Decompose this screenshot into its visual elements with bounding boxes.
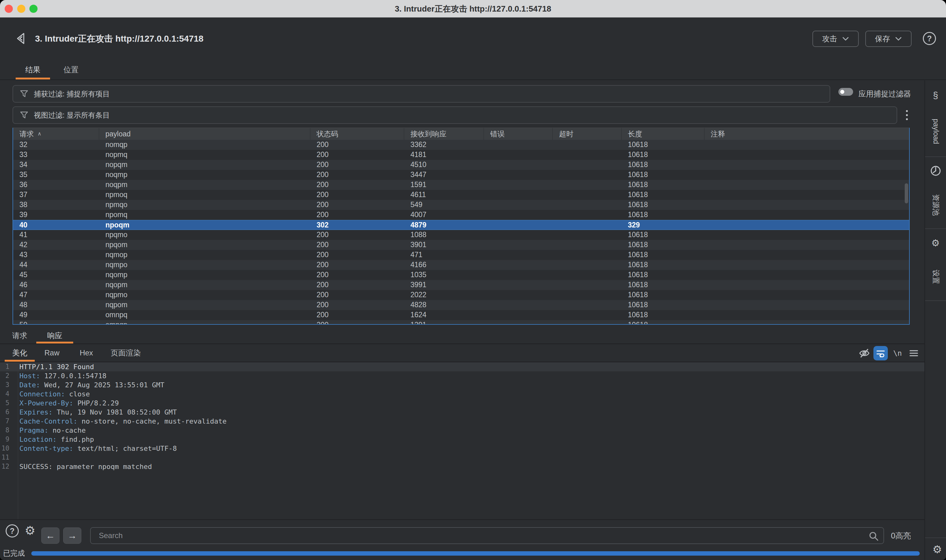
next-match-button[interactable]: → xyxy=(63,528,82,544)
cell-status: 302 xyxy=(310,220,404,230)
save-menu-button[interactable]: 保存 xyxy=(865,31,912,47)
table-row-33[interactable]: 33nopmq200418110618 xyxy=(13,150,909,160)
tab-results[interactable]: 结果 xyxy=(15,60,50,80)
cell-status: 200 xyxy=(310,150,404,160)
word-wrap-toggle[interactable] xyxy=(874,346,888,360)
table-row-45[interactable]: 45nqomp200103510618 xyxy=(13,270,909,280)
apply-capture-filter-toggle[interactable] xyxy=(838,88,853,96)
tab-raw[interactable]: Raw xyxy=(39,344,65,362)
tab-response[interactable]: 响应 xyxy=(36,328,73,343)
cell-received: 549 xyxy=(404,200,484,210)
cell-request: 46 xyxy=(13,280,99,290)
attack-title: 3. Intruder正在攻击 http://127.0.0.1:54718 xyxy=(35,30,203,48)
search-settings-gear-icon[interactable]: ⚙ xyxy=(23,523,37,538)
cell-status: 200 xyxy=(310,280,404,290)
table-row-41[interactable]: 41npqmo200108810618 xyxy=(13,230,909,240)
column-header-timeout[interactable]: 超时 xyxy=(553,128,621,140)
tab-hex[interactable]: Hex xyxy=(74,344,99,362)
sidebar-divider xyxy=(925,537,946,538)
column-header-status[interactable]: 状态码 xyxy=(310,128,404,140)
cell-error xyxy=(484,290,553,300)
tab-request[interactable]: 请求 xyxy=(3,328,36,343)
cell-status: 200 xyxy=(310,320,404,325)
cell-request: 43 xyxy=(13,250,99,260)
table-row-49[interactable]: 49omnpq200162410618 xyxy=(13,310,909,320)
table-row-32[interactable]: 32nomqp200336210618 xyxy=(13,140,909,150)
table-row-50[interactable]: 50omnqp200129110618 xyxy=(13,320,909,325)
table-row-34[interactable]: 34nopqm200451010618 xyxy=(13,160,909,170)
sidebar-item-payload[interactable]: § payload xyxy=(925,80,946,157)
search-help-icon[interactable]: ? xyxy=(6,524,19,537)
table-row-38[interactable]: 38npmqo20054910618 xyxy=(13,200,909,210)
cell-timeout xyxy=(553,320,621,325)
table-row-42[interactable]: 42npqom200390110618 xyxy=(13,240,909,250)
tab-positions[interactable]: 位置 xyxy=(54,60,88,80)
table-row-48[interactable]: 48nqpom200482810618 xyxy=(13,300,909,310)
cell-request: 49 xyxy=(13,310,99,320)
response-line-6: 6Expires: Thu, 19 Nov 1981 08:52:00 GMT xyxy=(0,408,924,417)
cell-comment xyxy=(705,280,909,290)
cell-payload: nomqp xyxy=(99,140,310,150)
tab-positions-label: 位置 xyxy=(63,65,78,74)
cell-received: 4510 xyxy=(404,160,484,170)
column-header-received[interactable]: 接收到响应 xyxy=(404,128,484,140)
sidebar-item-settings[interactable]: ⚙ 设置 xyxy=(925,228,946,300)
view-filter-menu-icon[interactable] xyxy=(903,108,910,123)
table-row-44[interactable]: 44nqmpo200416610618 xyxy=(13,260,909,270)
response-editor[interactable]: 1HTTP/1.1 302 Found2Host: 127.0.0.1:5471… xyxy=(0,362,924,519)
cell-received: 4181 xyxy=(404,150,484,160)
cell-error xyxy=(484,230,553,240)
filter-funnel-icon xyxy=(20,111,28,119)
table-row-43[interactable]: 43nqmop20047110618 xyxy=(13,250,909,260)
cell-length: 10618 xyxy=(621,310,705,320)
cell-error xyxy=(484,280,553,290)
response-line-9: 9Location: find.php xyxy=(0,435,924,444)
cell-received: 471 xyxy=(404,250,484,260)
cell-comment xyxy=(705,290,909,300)
view-filter-bar[interactable]: 视图过滤: 显示所有条目 xyxy=(12,106,897,124)
cell-payload: nqmpo xyxy=(99,260,310,270)
show-newlines-toggle[interactable]: \n xyxy=(890,346,905,360)
table-row-47[interactable]: 47nqpmo200202210618 xyxy=(13,290,909,300)
table-row-37[interactable]: 37npmoq200461110618 xyxy=(13,190,909,200)
previous-match-button[interactable]: ← xyxy=(41,528,60,544)
table-row-36[interactable]: 36noqpm200159110618 xyxy=(13,180,909,190)
tab-pretty[interactable]: 美化 xyxy=(5,344,35,362)
column-header-length[interactable]: 长度 xyxy=(621,128,705,140)
cell-status: 200 xyxy=(310,210,404,220)
search-icon[interactable] xyxy=(868,531,879,542)
tab-render[interactable]: 页面渲染 xyxy=(106,344,146,362)
cell-status: 200 xyxy=(310,200,404,210)
cell-payload: nopmq xyxy=(99,150,310,160)
editor-menu-icon[interactable] xyxy=(907,346,921,360)
editor-settings-gear-icon[interactable]: ⚙ xyxy=(931,543,944,556)
capture-filter-bar[interactable]: 捕获过滤: 捕捉所有项目 xyxy=(12,85,830,103)
table-row-39[interactable]: 39npomq200400710618 xyxy=(13,210,909,220)
sidebar-item-resource-pool[interactable]: 资源池 xyxy=(925,157,946,228)
cell-comment xyxy=(705,230,909,240)
results-table[interactable]: 请求∧payload状态码接收到响应错误超时长度注释 32nomqp200336… xyxy=(12,128,910,325)
search-input[interactable] xyxy=(99,528,862,543)
table-row-40[interactable]: 40npoqm3024879329 xyxy=(13,220,909,230)
hide-headers-icon[interactable] xyxy=(857,346,872,360)
apply-capture-filter-label: 应用捕捉过滤器 xyxy=(858,85,911,103)
column-header-request[interactable]: 请求∧ xyxy=(13,128,99,140)
status-row: 已完成 xyxy=(0,548,924,560)
cell-status: 200 xyxy=(310,240,404,250)
cell-status: 200 xyxy=(310,250,404,260)
table-row-35[interactable]: 35noqmp200344710618 xyxy=(13,170,909,180)
response-line-8: 8Pragma: no-cache xyxy=(0,426,924,435)
attack-menu-button[interactable]: 攻击 xyxy=(812,31,859,47)
active-tab-underline xyxy=(15,78,50,80)
column-header-payload[interactable]: payload xyxy=(99,128,310,140)
table-row-46[interactable]: 46nqopm200399110618 xyxy=(13,280,909,290)
column-header-error[interactable]: 错误 xyxy=(484,128,553,140)
tab-pretty-label: 美化 xyxy=(12,349,27,357)
help-icon[interactable]: ? xyxy=(923,32,936,45)
column-header-comment[interactable]: 注释 xyxy=(705,128,909,140)
cell-comment xyxy=(705,240,909,250)
vertical-scrollbar-thumb[interactable] xyxy=(905,183,908,203)
cell-received: 1624 xyxy=(404,310,484,320)
back-button[interactable] xyxy=(12,30,29,47)
cell-error xyxy=(484,180,553,190)
